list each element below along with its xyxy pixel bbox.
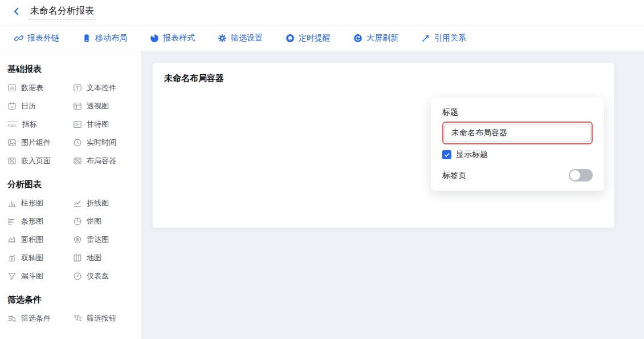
sidebar-item-image-widget[interactable]: 图片组件 [7,134,73,152]
widget-sidebar: 基础报表 数据表 文本控件 日历 透视图 4,80 指标 [0,51,141,339]
sidebar-item-label: 仪表盘 [87,271,109,281]
toolbar-item-label: 报表样式 [163,33,195,43]
sidebar-item-layout-container[interactable]: 布局容器 [73,152,138,170]
calendar-icon [7,102,17,111]
sidebar-item-label: 筛选按钮 [87,313,116,324]
toolbar-item-mobile-layout[interactable]: 移动布局 [82,33,127,43]
section-title-basic-reports: 基础报表 [7,64,141,75]
sidebar-item-filter-button[interactable]: 筛选按钮 [73,309,138,328]
image-icon [7,138,17,147]
filter-button-icon [73,314,82,323]
basic-reports-grid: 数据表 文本控件 日历 透视图 4,80 指标 甘特图 [7,79,141,170]
sidebar-item-pivot-chart[interactable]: 透视图 [73,97,138,115]
tab-page-row: 标签页 [442,169,593,181]
mobile-icon [82,34,91,43]
sidebar-item-area-chart[interactable]: 面积图 [7,231,73,249]
sidebar-item-text-widget[interactable]: 文本控件 [73,79,138,97]
toolbar-item-reference-relations[interactable]: 引用关系 [421,33,466,43]
sidebar-item-pie-chart[interactable]: 饼图 [73,212,138,231]
gauge-icon [73,272,82,281]
sidebar-item-data-table[interactable]: 数据表 [7,79,73,97]
show-title-label: 显示标题 [456,150,488,160]
sidebar-item-radar-chart[interactable]: 雷达图 [73,231,138,249]
pivot-table-icon [73,102,82,111]
title-input-highlight [442,122,593,144]
sidebar-item-label: 甘特图 [87,119,109,130]
reference-arrow-icon [421,34,430,43]
toolbar-item-report-style[interactable]: 报表样式 [150,33,195,43]
layout-container-icon [73,156,82,166]
toolbar-item-screen-refresh[interactable]: 大屏刷新 [353,33,398,43]
toolbar-item-filter-settings[interactable]: 筛选设置 [218,33,263,43]
filter-conditions-grid: 筛选条件 筛选按钮 [7,309,141,328]
toolbar-item-label: 引用关系 [434,33,466,43]
container-title-input[interactable] [445,124,590,142]
refresh-icon [353,34,362,43]
sidebar-item-label: 地图 [87,253,101,263]
sidebar-item-label: 筛选条件 [21,313,51,324]
toolbar-item-label: 报表外链 [27,33,59,43]
sidebar-item-label: 雷达图 [87,235,109,245]
link-icon [14,34,23,43]
tab-page-toggle[interactable] [569,169,593,181]
sidebar-item-label: 嵌入页面 [21,156,51,166]
sidebar-item-dual-axis-chart[interactable]: 双轴图 [7,249,73,267]
sidebar-item-label: 数据表 [21,83,43,93]
toolbar-item-external-link[interactable]: 报表外链 [14,33,59,43]
toolbar-item-label: 大屏刷新 [366,33,398,43]
filter-condition-icon [7,314,17,323]
column-chart-icon [7,199,17,208]
sidebar-item-label: 饼图 [87,216,101,227]
layout-container-title: 未命名布局容器 [164,73,603,84]
sidebar-item-bar-chart[interactable]: 条形图 [7,212,73,231]
dual-axis-chart-icon [7,253,17,263]
gantt-chart-icon [73,120,82,129]
sidebar-item-embed-page[interactable]: 嵌入页面 [7,152,73,170]
metric-icon: 4,80 [7,122,18,127]
sidebar-item-label: 面积图 [21,235,43,245]
report-canvas[interactable]: 未命名布局容器 标题 显示标题 标签页 [141,51,644,339]
sidebar-item-calendar[interactable]: 日历 [7,97,73,115]
back-button[interactable] [10,6,23,19]
show-title-checkbox[interactable] [442,150,451,159]
container-settings-panel: 标题 显示标题 标签页 [431,98,604,191]
sidebar-item-funnel-chart[interactable]: 漏斗图 [7,267,73,285]
header: 未命名分析报表 [0,0,644,26]
report-title[interactable]: 未命名分析报表 [28,5,96,20]
bell-icon [286,34,295,43]
text-widget-icon [73,83,82,92]
show-title-row[interactable]: 显示标题 [442,150,593,160]
clock-icon [73,138,82,147]
area-chart-icon [7,235,17,244]
toolbar-item-label: 移动布局 [95,33,127,43]
sidebar-item-column-chart[interactable]: 柱形图 [7,194,73,212]
sidebar-item-metric[interactable]: 4,80 指标 [7,115,73,134]
gear-icon [218,34,227,43]
sidebar-item-label: 条形图 [21,216,43,227]
sidebar-item-filter-condition[interactable]: 筛选条件 [7,309,73,328]
sidebar-item-line-chart[interactable]: 折线图 [73,194,138,212]
sidebar-item-realtime-clock[interactable]: 实时时间 [73,134,138,152]
sidebar-item-label: 柱形图 [21,198,43,208]
title-field-label: 标题 [442,107,593,117]
sidebar-item-map-chart[interactable]: 地图 [73,249,138,267]
sidebar-item-label: 指标 [22,119,37,130]
sidebar-item-gauge-chart[interactable]: 仪表盘 [73,267,138,285]
analysis-charts-grid: 柱形图 折线图 条形图 饼图 面积图 雷达图 [7,194,141,285]
embed-page-icon [7,156,17,166]
map-icon [73,253,82,263]
tab-page-label: 标签页 [442,170,466,180]
sidebar-item-label: 双轴图 [21,253,43,263]
sidebar-item-label: 日历 [21,101,36,111]
chevron-left-icon [12,7,21,18]
sidebar-item-label: 折线图 [87,198,109,208]
sidebar-item-label: 透视图 [87,101,109,111]
toolbar-item-label: 筛选设置 [231,33,263,43]
section-title-filter-conditions: 筛选条件 [7,294,141,305]
sidebar-item-gantt-chart[interactable]: 甘特图 [73,115,138,134]
sidebar-item-label: 布局容器 [87,156,116,166]
sidebar-item-label: 漏斗图 [21,271,43,281]
toolbar-item-scheduled-reminder[interactable]: 定时提醒 [286,33,331,43]
pie-style-icon [150,34,159,43]
funnel-chart-icon [7,272,17,281]
